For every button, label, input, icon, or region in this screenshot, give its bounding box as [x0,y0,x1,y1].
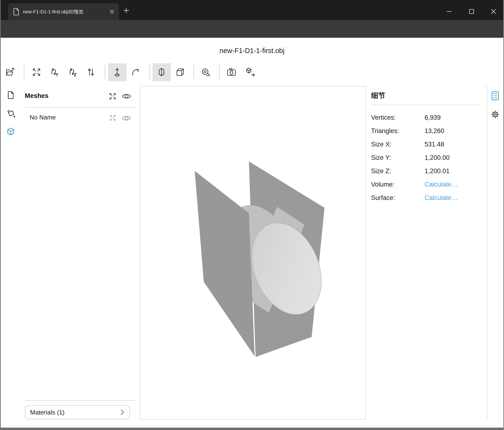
toolbar-divider [219,65,220,79]
file-info-tab[interactable] [6,91,15,100]
mesh-focus-icon[interactable] [108,114,117,122]
window-bottom-edge [1,428,503,430]
toolbar-divider [105,65,105,79]
materials-tab[interactable] [6,109,16,119]
plane-left [195,171,255,356]
minimize-button[interactable] [445,7,453,16]
cube-view-button[interactable] [175,67,185,77]
rotate-z-button[interactable] [68,67,78,77]
divider [25,107,136,108]
size-x-value: 531.48 [424,141,444,148]
fit-view-button[interactable] [32,67,42,77]
volume-calculate-link[interactable]: Calculate… [424,181,458,188]
maximize-button[interactable] [468,7,476,16]
screenshot-button[interactable] [226,67,236,77]
divider [25,400,136,401]
toolbar-divider [194,65,194,79]
browser-window: new-F1-D1-1-first.obj3D预览 [0,0,504,430]
details-rows: Vertices:6,939 Triangles:13,260 Size X:5… [371,111,483,205]
move-axis-button[interactable] [112,67,122,77]
detail-row: Volume:Calculate… [371,178,483,191]
close-window-button[interactable] [489,7,498,16]
triangles-value: 13,260 [424,127,444,135]
flip-vertical-button[interactable] [86,67,96,77]
mesh-item-label[interactable]: No Name [30,114,56,121]
materials-button[interactable]: Materials (1) [25,405,130,419]
size-y-value: 1,200.00 [424,154,450,161]
toolbar-divider [24,65,24,79]
orthographic-view-button[interactable] [157,67,167,77]
page-title: new-F1-D1-1-first.obj [1,47,503,55]
new-tab-button[interactable] [123,7,130,14]
open-file-button[interactable] [5,67,15,77]
browser-tab[interactable]: new-F1-D1-1-first.obj3D预览 [8,3,119,20]
detail-row: Surface:Calculate… [371,191,483,205]
meshes-panel-header: Meshes [25,92,48,100]
rotate-y-button[interactable] [50,67,60,77]
mesh-visibility-icon[interactable] [121,114,132,122]
tab-title: new-F1-D1-1-first.obj3D预览 [23,9,107,15]
size-z-value: 1,200.01 [424,168,450,175]
detail-row: Triangles:13,260 [371,124,483,138]
toolbar-divider [149,65,150,79]
chevron-right-icon [120,409,125,415]
materials-button-label: Materials (1) [30,409,120,416]
detail-row: Size Z:1,200.01 [371,164,483,178]
detail-row: Vertices:6,939 [371,111,483,124]
details-panel-header: 细节 [371,91,385,101]
divider [371,105,481,105]
model-3d-render [140,86,365,419]
browser-navbar: https://file.kkview.cn/onlinePreview?url… [1,20,503,38]
detail-row: Size X:531.48 [371,138,483,151]
preview-page: new-F1-D1-1-first.obj [1,38,503,428]
settings-gear-icon[interactable] [490,109,500,120]
vertices-value: 6,939 [424,114,441,121]
document-icon [13,8,19,16]
meshes-visibility-icon[interactable] [121,92,132,101]
meshes-focus-icon[interactable] [108,92,117,101]
model-viewport[interactable] [140,86,366,420]
orbit-rotate-button[interactable] [131,67,141,77]
divider [487,86,487,420]
tab-close-icon[interactable] [109,9,115,14]
details-list-tab[interactable] [490,91,500,101]
measure-button[interactable] [201,67,211,77]
surface-calculate-link[interactable]: Calculate… [424,194,458,202]
browser-titlebar: new-F1-D1-1-first.obj3D预览 [1,0,503,20]
export-model-button[interactable] [246,67,256,77]
model-3d-tab[interactable] [6,127,16,137]
detail-row: Size Y:1,200.00 [371,151,483,164]
